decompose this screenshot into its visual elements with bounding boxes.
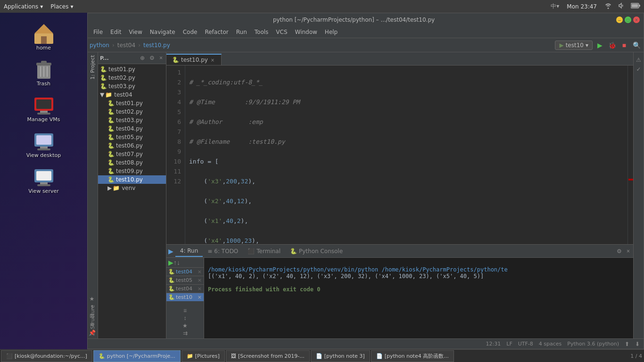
tree-item-test01-root[interactable]: 🐍 test01.py [98, 65, 166, 74]
run-icon-4[interactable]: ⇉ [183, 330, 188, 337]
run-icon-1[interactable]: ≡ [183, 307, 187, 314]
status-upload-btn[interactable]: ⬆ [625, 341, 629, 347]
bottom-close-btn[interactable]: × [625, 247, 631, 255]
menu-refactor[interactable]: Refactor [201, 28, 232, 36]
nav-split-icon[interactable]: ⊞ [88, 312, 96, 320]
run-tab-close[interactable]: × [198, 269, 202, 275]
run-tab-close2[interactable]: × [198, 277, 202, 283]
maximize-button[interactable]: □ [625, 16, 631, 23]
breadcrumb-test10[interactable]: test10.py [143, 42, 170, 49]
panel-close-btn[interactable]: × [158, 54, 164, 62]
taskbar-note4-icon: 📄 [376, 353, 383, 359]
taskbar-note3[interactable]: 📄 [python note 3] [311, 350, 370, 362]
editor-tabs: 🐍 test10.py × [166, 52, 633, 66]
tree-item-test05[interactable]: 🐍 test05.py [98, 133, 166, 141]
run-tab-test04-2[interactable]: 🐍test04× [166, 285, 204, 293]
tree-item-test04[interactable]: 🐍 test04.py [98, 124, 166, 133]
tab-close-btn[interactable]: × [210, 58, 215, 63]
tree-item-test10[interactable]: 🐍 test10.py [98, 175, 166, 184]
view-desktop-label: View desktop [26, 152, 61, 158]
svg-rect-17 [36, 135, 51, 145]
menu-window[interactable]: Window [291, 28, 321, 36]
run-up-btn[interactable]: ↑ [173, 259, 177, 266]
menu-view[interactable]: View [125, 28, 146, 36]
run-tab-test05[interactable]: 🐍test05× [166, 276, 204, 285]
menu-help[interactable]: Help [321, 28, 341, 36]
menu-edit[interactable]: Edit [107, 28, 125, 36]
file-icon: 🐍 [100, 74, 107, 81]
tree-item-test01[interactable]: 🐍 test01.py [98, 99, 166, 107]
tree-item-test03-root[interactable]: 🐍 test03.py [98, 82, 166, 90]
tree-item-test08[interactable]: 🐍 test08.py [98, 158, 166, 167]
run-tab-close4[interactable]: × [198, 294, 202, 300]
tree-item-test03[interactable]: 🐍 test03.py [98, 116, 166, 124]
rsidebar-icon-1[interactable]: ⚠ [635, 56, 643, 64]
file-icon: 🐍 [107, 100, 114, 107]
panel-settings-btn[interactable]: ⚙ [148, 54, 156, 62]
menu-file[interactable]: File [90, 28, 107, 36]
bottom-tab-python-console[interactable]: 🐍 Python Console [285, 246, 347, 256]
trash-icon[interactable]: Trash [20, 58, 67, 87]
tree-item-test02[interactable]: 🐍 test02.py [98, 107, 166, 116]
menu-run[interactable]: Run [232, 28, 251, 36]
menu-code[interactable]: Code [179, 28, 201, 36]
close-button[interactable]: × [633, 16, 640, 23]
run-tab-close3[interactable]: × [198, 286, 202, 292]
rsidebar-icon-2[interactable]: ✓ [635, 66, 643, 73]
manage-vms-icon[interactable]: Manage VMs [20, 94, 67, 123]
bottom-settings-btn[interactable]: ⚙ [615, 247, 623, 255]
breadcrumb-test04[interactable]: test04 [117, 42, 135, 49]
run-icon-2[interactable]: ↕ [184, 315, 187, 321]
panel-add-btn[interactable]: ⊕ [139, 54, 146, 62]
status-indent: 4 spaces [539, 341, 562, 347]
view-desktop-icon[interactable]: View desktop [20, 130, 67, 158]
run-play-btn[interactable]: ▶ [168, 259, 173, 266]
tree-folder-venv[interactable]: ▶ 📁 venv [98, 184, 166, 192]
run-down-btn[interactable]: ↓ [177, 259, 180, 266]
project-vtab[interactable]: 1: Project [88, 52, 97, 82]
nav-menu-icon[interactable]: ≡ [88, 321, 96, 328]
menu-tools[interactable]: Tools [251, 28, 272, 36]
tree-folder-test04[interactable]: ▼ 📁 test04 [98, 90, 166, 99]
tree-item-test09[interactable]: 🐍 test09.py [98, 167, 166, 175]
bottom-tab-terminal[interactable]: ⬛ Terminal [243, 246, 285, 256]
menu-vcs[interactable]: VCS [272, 28, 291, 36]
run-button[interactable]: ▶ [594, 40, 605, 50]
tree-item-test06[interactable]: 🐍 test06.py [98, 141, 166, 150]
menu-navigate[interactable]: Navigate [146, 28, 179, 36]
taskbar-note3-icon: 📄 [316, 353, 322, 359]
view-server-icon[interactable]: View server [20, 165, 67, 194]
code-editor[interactable]: 1 2 3 4 5 6 7 8 9 10 11 12 # _*_coding:u… [166, 66, 633, 244]
search-button[interactable]: 🔍 [631, 40, 642, 50]
taskbar-note4[interactable]: 📄 [python note4 高阶函数... [371, 350, 454, 362]
tree-item-test02-root[interactable]: 🐍 test02.py [98, 74, 166, 82]
debug-button[interactable]: 🐞 [607, 40, 617, 50]
taskbar-screenshot[interactable]: 🖼 [Screenshot from 2019-... [226, 350, 310, 362]
minimize-button[interactable]: – [616, 16, 623, 23]
file-icon: 🐍 [107, 151, 114, 157]
status-download-btn[interactable]: ⬇ [635, 341, 640, 347]
run-config-arrow: ▾ [586, 42, 588, 49]
run-config[interactable]: ▶ test10 ▾ [555, 41, 593, 50]
bottom-tab-todo[interactable]: ≡ 6: TODO [203, 246, 243, 256]
applications-menu[interactable]: Applications ▾ [4, 3, 43, 10]
wifi-icon [604, 2, 612, 11]
svg-rect-21 [36, 171, 51, 181]
taskbar-pictures[interactable]: 📁 [Pictures] [182, 350, 225, 362]
home-icon[interactable]: home [20, 22, 67, 51]
run-tab-test10[interactable]: 🐍test10× [166, 293, 204, 301]
bottom-tab-run[interactable]: 4: Run [175, 246, 203, 257]
taskbar-terminal[interactable]: ⬛ [kiosk@foundation:~/pyc...] [1, 350, 92, 362]
places-menu[interactable]: Places ▾ [50, 3, 73, 10]
code-content[interactable]: # _*_coding:utf-8_*_ # @Time :9/9/1911:2… [185, 66, 627, 244]
favorites-icon[interactable]: ★ [88, 295, 96, 303]
run-icon-3[interactable]: ★ [182, 322, 188, 329]
nav-pin-icon[interactable]: 📌 [88, 329, 96, 337]
taskbar-pycharm[interactable]: 🐍 python [~/PycharmProje... [93, 350, 181, 362]
tree-item-test07[interactable]: 🐍 test07.py [98, 150, 166, 158]
nav-up-icon[interactable]: ↑ [88, 304, 96, 311]
stop-button[interactable]: ■ [619, 40, 629, 50]
breadcrumb-python[interactable]: python [90, 42, 109, 49]
tab-test10[interactable]: 🐍 test10.py × [166, 54, 222, 65]
run-tab-test04-1[interactable]: 🐍test04× [166, 268, 204, 276]
